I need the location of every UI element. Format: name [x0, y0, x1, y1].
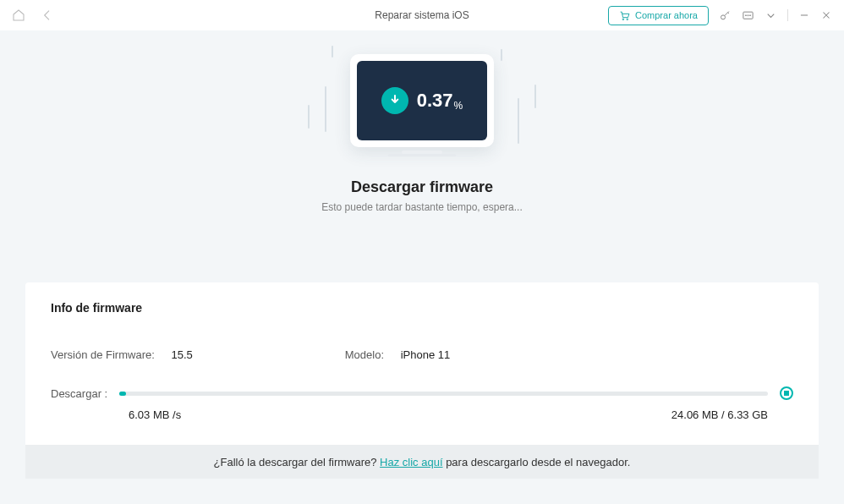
svg-point-2	[721, 14, 726, 19]
svg-point-5	[748, 14, 748, 15]
download-arrow-icon	[381, 87, 408, 114]
progress-bar-fill	[119, 392, 126, 396]
divider	[787, 9, 788, 21]
monitor-illustration: 0.37% Descargar firmware Esto puede tard…	[0, 30, 844, 213]
card-title: Info de firmware	[51, 301, 793, 315]
key-icon[interactable]	[719, 9, 732, 22]
download-speed: 6.03 MB /s	[129, 408, 181, 421]
svg-point-6	[750, 14, 751, 15]
firmware-card: Info de firmware Versión de Firmware: 15…	[25, 282, 819, 455]
footer-link[interactable]: Haz clic aquí	[380, 456, 442, 468]
footer-message: ¿Falló la descargar del firmware? Haz cl…	[25, 445, 819, 479]
footer-suffix: para descargarlo desde el navegador.	[443, 456, 631, 468]
feedback-icon[interactable]	[742, 9, 754, 22]
firmware-version-value: 15.5	[171, 348, 192, 361]
footer-prefix: ¿Falló la descargar del firmware?	[214, 456, 381, 468]
download-heading: Descargar firmware	[0, 178, 844, 196]
buy-now-button[interactable]: Comprar ahora	[608, 6, 709, 25]
close-icon[interactable]	[820, 9, 832, 21]
svg-point-4	[746, 14, 747, 15]
home-icon[interactable]	[12, 8, 25, 22]
buy-now-label: Comprar ahora	[635, 10, 698, 20]
model-value: iPhone 11	[401, 348, 451, 361]
svg-point-1	[627, 19, 628, 20]
percent-sign: %	[454, 100, 463, 112]
titlebar: Reparar sistema iOS Comprar ahora	[0, 0, 844, 30]
percent-value: 0.37	[417, 90, 453, 111]
monitor-icon: 0.37%	[350, 54, 494, 147]
back-icon[interactable]	[41, 8, 54, 22]
svg-point-0	[622, 19, 624, 20]
chevron-down-icon[interactable]	[765, 9, 777, 22]
firmware-version-label: Versión de Firmware:	[51, 348, 155, 361]
download-size: 24.06 MB / 6.33 GB	[671, 408, 768, 421]
download-progress-label: Descargar :	[51, 387, 107, 400]
cancel-download-button[interactable]	[780, 386, 793, 400]
page-title: Reparar sistema iOS	[375, 9, 469, 21]
page-body: 0.37% Descargar firmware Esto puede tard…	[0, 30, 844, 504]
download-subtext: Esto puede tardar bastante tiempo, esper…	[0, 201, 844, 213]
minimize-icon[interactable]	[798, 9, 810, 21]
model-label: Modelo:	[345, 348, 384, 361]
progress-bar	[119, 392, 768, 396]
